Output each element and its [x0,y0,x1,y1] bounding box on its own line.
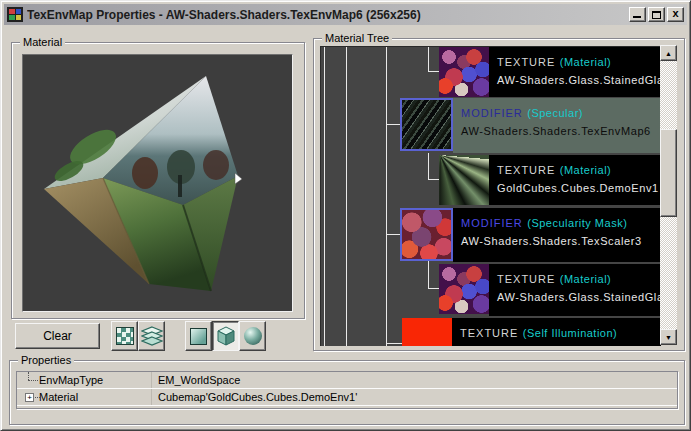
cube-preview-button[interactable] [212,321,239,351]
properties-group: Properties EnvMapType EM_WorldSpace + Ma… [9,360,685,425]
expand-icon[interactable]: + [25,393,34,402]
minimize-button[interactable] [629,7,646,22]
scroll-down-button[interactable]: ▼ [660,329,677,345]
item-name-label: GoldCubes.Cubes.DemoEnv1 [497,182,661,194]
tree-branch [386,234,400,235]
layers-icon [141,326,163,346]
minimize-icon [633,16,641,18]
property-value[interactable]: EM_WorldSpace [158,374,677,386]
property-value[interactable]: Cubemap'GoldCubes.Cubes.DemoEnv1' [158,391,677,403]
item-type-label: TEXTURE [497,273,555,285]
material-tree-group: Material Tree TEXTURE (Material) A [313,38,685,351]
item-type-label: TEXTURE [497,56,555,68]
plane-icon [190,328,207,345]
modifier-thumbnail [400,98,453,151]
layers-button[interactable] [138,321,165,351]
properties-group-label: Properties [18,354,74,367]
item-subtype-label: (Specularity Mask) [527,217,627,229]
properties-panel: EnvMapType EM_WorldSpace + Material Cube… [16,371,678,409]
window-title: TexEnvMap Properties - AW-Shaders.Shader… [27,8,421,22]
tree-item-demoenv1[interactable]: TEXTURE (Material) GoldCubes.Cubes.DemoE… [439,155,661,205]
tree-guide-line [324,47,325,346]
tree-connector: + [25,389,39,405]
sphere-preview-button[interactable] [239,321,266,351]
column-separator [151,372,152,388]
sphere-icon [244,327,262,345]
item-type-label: MODIFIER [461,217,523,229]
tree-item-stainedglass2[interactable]: TEXTURE (Material) AW-Shaders.Glass.Stai… [439,264,661,316]
modifier-thumbnail [400,208,453,261]
item-name-label: Editor.BadHighlight [460,345,661,346]
plane-preview-button[interactable] [185,321,212,351]
item-subtype-label: (Material) [560,164,611,176]
texture-thumbnail [439,47,489,97]
property-row-envmaptype[interactable]: EnvMapType EM_WorldSpace [17,372,677,389]
item-subtype-label: (Self Illumination) [523,327,617,339]
item-subtype-label: (Specular) [527,107,583,119]
scroll-up-button[interactable]: ▲ [660,45,677,61]
cube-icon [216,326,236,346]
material-tree-canvas[interactable]: TEXTURE (Material) AW-Shaders.Glass.Stai… [320,46,661,346]
tree-branch [428,47,429,72]
texture-thumbnail [402,318,452,346]
maximize-button[interactable] [648,7,665,22]
material-group-label: Material [20,36,65,49]
material-tree-group-label: Material Tree [322,32,392,45]
tree-item-texenvmap6[interactable]: MODIFIER (Specular) AW-Shaders.Shaders.T… [400,98,661,153]
material-group: Material [11,42,305,319]
tree-item-texscaler3[interactable]: MODIFIER (Specularity Mask) AW-Shaders.S… [400,208,661,262]
property-name: EnvMapType [39,374,151,386]
tree-connector [25,372,39,388]
item-name-label: AW-Shaders.Shaders.TexScaler3 [461,235,661,247]
clear-button[interactable]: Clear [15,323,100,349]
item-subtype-label: (Material) [560,273,611,285]
texture-thumbnail [439,264,489,314]
scrollbar-thumb[interactable] [660,129,677,217]
property-name: Material [39,391,151,403]
checker-pattern-button[interactable] [111,321,138,351]
item-type-label: TEXTURE [497,164,555,176]
tree-branch [386,124,400,125]
tree-branch [386,343,402,344]
item-name-label: AW-Shaders.Glass.StainedGlass2 [497,291,661,303]
tree-guide-line [386,47,387,346]
octahedron-preview [23,55,292,311]
texture-thumbnail [439,155,489,205]
app-icon [7,7,23,22]
item-name-label: AW-Shaders.Glass.StainedGlass2a [497,74,661,86]
item-type-label: MODIFIER [461,107,523,119]
column-separator [151,389,152,405]
tree-guide-line [346,47,347,346]
title-bar[interactable]: TexEnvMap Properties - AW-Shaders.Shader… [4,4,687,25]
material-preview-viewport[interactable] [22,54,293,312]
tree-branch [428,261,429,289]
item-type-label: TEXTURE [460,327,518,339]
property-row-material[interactable]: + Material Cubemap'GoldCubes.Cubes.DemoE… [17,389,677,406]
item-name-label: AW-Shaders.Shaders.TexEnvMap6 [461,125,661,137]
tree-scrollbar[interactable]: ▲ ▼ [660,45,677,345]
tree-branch [428,153,429,180]
maximize-icon [652,11,661,19]
tree-item-badhighlight[interactable]: TEXTURE (Self Illumination) Editor.BadHi… [402,318,661,346]
dialog-window: TexEnvMap Properties - AW-Shaders.Shader… [0,0,691,431]
close-button[interactable]: x [667,7,684,22]
tree-item-stainedglass2a[interactable]: TEXTURE (Material) AW-Shaders.Glass.Stai… [439,47,661,97]
checker-pattern-icon [116,327,134,345]
item-subtype-label: (Material) [560,56,611,68]
